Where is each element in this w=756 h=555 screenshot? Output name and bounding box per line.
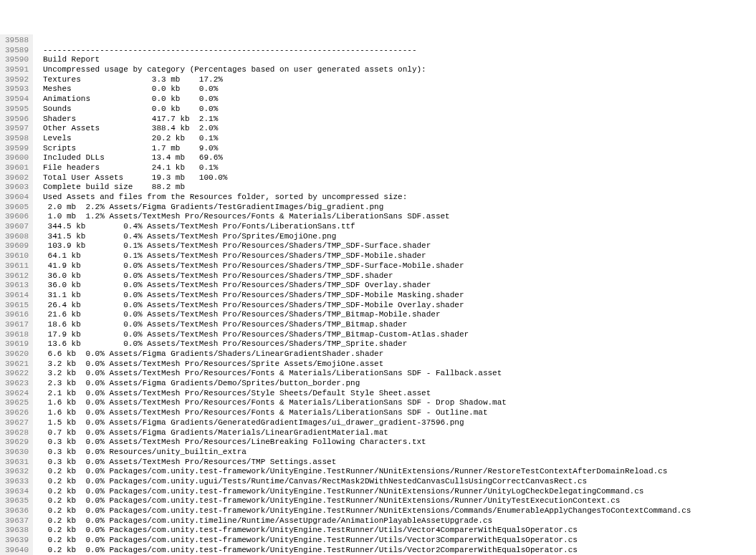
log-line: 3.2 kb 0.0% Assets/TextMesh Pro/Resource… — [43, 359, 756, 370]
line-number: 39606 — [1, 212, 29, 222]
line-number: 39604 — [1, 193, 29, 203]
log-line: ----------------------------------------… — [43, 46, 756, 56]
log-line: 2.3 kb 0.0% Assets/Figma Gradients/Demo/… — [43, 379, 756, 389]
line-number: 39610 — [1, 251, 29, 261]
log-line: 1.0 mb 1.2% Assets/TextMesh Pro/Resource… — [43, 212, 756, 222]
line-number: 39632 — [1, 467, 29, 477]
log-line: 21.6 kb 0.0% Assets/TextMesh Pro/Resourc… — [43, 310, 756, 320]
line-number: 39599 — [1, 144, 29, 154]
line-number: 39619 — [1, 339, 29, 349]
line-number: 39625 — [1, 398, 29, 408]
log-line: 6.6 kb 0.0% Assets/Figma Gradients/Shade… — [43, 349, 756, 359]
line-number: 39600 — [1, 153, 29, 163]
line-number-gutter: 3958839589395903959139592395933959439595… — [0, 34, 33, 555]
line-number: 39593 — [1, 85, 29, 95]
line-number: 39598 — [1, 134, 29, 144]
log-line — [43, 36, 756, 46]
line-number: 39588 — [1, 36, 29, 46]
log-line: 1.6 kb 0.0% Assets/TextMesh Pro/Resource… — [43, 408, 756, 418]
log-line: Meshes 0.0 kb 0.0% — [43, 85, 756, 95]
log-line: Sounds 0.0 kb 0.0% — [43, 105, 756, 115]
line-number: 39628 — [1, 428, 29, 438]
log-line: File headers 24.1 kb 0.1% — [43, 163, 756, 173]
line-number: 39638 — [1, 526, 29, 536]
line-number: 39640 — [1, 546, 29, 555]
log-line: Used Assets and files from the Resources… — [43, 193, 756, 203]
line-number: 39623 — [1, 379, 29, 389]
log-line: 2.1 kb 0.0% Assets/TextMesh Pro/Resource… — [43, 389, 756, 399]
log-line: Other Assets 388.4 kb 2.0% — [43, 124, 756, 134]
line-number: 39590 — [1, 55, 29, 65]
log-line: 0.2 kb 0.0% Packages/com.unity.timeline/… — [43, 516, 756, 526]
log-line: 0.2 kb 0.0% Packages/com.unity.test-fram… — [43, 467, 756, 477]
line-number: 39615 — [1, 301, 29, 311]
line-number: 39617 — [1, 320, 29, 330]
line-number: 39601 — [1, 163, 29, 173]
line-number: 39631 — [1, 458, 29, 468]
line-number: 39605 — [1, 203, 29, 213]
log-line: Scripts 1.7 mb 9.0% — [43, 144, 756, 154]
log-line: Included DLLs 13.4 mb 69.6% — [43, 153, 756, 163]
log-line: 0.2 kb 0.0% Packages/com.unity.test-fram… — [43, 526, 756, 536]
log-line: 0.2 kb 0.0% Packages/com.unity.test-fram… — [43, 536, 756, 546]
log-line: 1.6 kb 0.0% Assets/TextMesh Pro/Resource… — [43, 398, 756, 408]
line-number: 39629 — [1, 438, 29, 448]
line-number: 39594 — [1, 95, 29, 105]
log-line: 3.2 kb 0.0% Assets/TextMesh Pro/Resource… — [43, 369, 756, 379]
log-line: 31.1 kb 0.0% Assets/TextMesh Pro/Resourc… — [43, 291, 756, 301]
log-content[interactable]: ----------------------------------------… — [33, 34, 756, 555]
line-number: 39634 — [1, 487, 29, 497]
log-line: 41.9 kb 0.0% Assets/TextMesh Pro/Resourc… — [43, 261, 756, 271]
line-number: 39637 — [1, 516, 29, 526]
log-line: 36.0 kb 0.0% Assets/TextMesh Pro/Resourc… — [43, 281, 756, 291]
line-number: 39630 — [1, 448, 29, 458]
line-number: 39591 — [1, 65, 29, 75]
line-number: 39624 — [1, 389, 29, 399]
log-line: 18.6 kb 0.0% Assets/TextMesh Pro/Resourc… — [43, 320, 756, 330]
log-line: 0.3 kb 0.0% Assets/TextMesh Pro/Resource… — [43, 438, 756, 448]
log-line: 36.0 kb 0.0% Assets/TextMesh Pro/Resourc… — [43, 271, 756, 281]
log-line: 2.0 mb 2.2% Assets/Figma Gradients/TestG… — [43, 203, 756, 213]
log-line: Build Report — [43, 55, 756, 65]
line-number: 39622 — [1, 369, 29, 379]
log-line: Levels 20.2 kb 0.1% — [43, 134, 756, 144]
line-number: 39608 — [1, 232, 29, 242]
line-number: 39612 — [1, 271, 29, 281]
log-line: Textures 3.3 mb 17.2% — [43, 75, 756, 85]
log-line: 0.7 kb 0.0% Assets/Figma Gradients/Mater… — [43, 428, 756, 438]
log-line: 64.1 kb 0.1% Assets/TextMesh Pro/Resourc… — [43, 251, 756, 261]
line-number: 39595 — [1, 105, 29, 115]
log-line: 1.5 kb 0.0% Assets/Figma Gradients/Gener… — [43, 418, 756, 428]
log-line: 344.5 kb 0.4% Assets/TextMesh Pro/Fonts/… — [43, 222, 756, 232]
log-viewer: 3958839589395903959139592395933959439595… — [0, 34, 756, 555]
log-line: 0.3 kb 0.0% Assets/TextMesh Pro/Resource… — [43, 458, 756, 468]
log-line: 0.2 kb 0.0% Packages/com.unity.test-fram… — [43, 487, 756, 497]
line-number: 39609 — [1, 241, 29, 251]
line-number: 39603 — [1, 183, 29, 193]
log-line: Shaders 417.7 kb 2.1% — [43, 115, 756, 125]
line-number: 39636 — [1, 506, 29, 516]
line-number: 39620 — [1, 349, 29, 359]
log-line: Animations 0.0 kb 0.0% — [43, 95, 756, 105]
log-line: 0.2 kb 0.0% Packages/com.unity.test-fram… — [43, 506, 756, 516]
log-line: 0.2 kb 0.0% Packages/com.unity.test-fram… — [43, 496, 756, 506]
line-number: 39602 — [1, 173, 29, 183]
log-line: 0.2 kb 0.0% Packages/com.unity.ugui/Test… — [43, 477, 756, 487]
line-number: 39618 — [1, 330, 29, 340]
log-line: Uncompressed usage by category (Percenta… — [43, 65, 756, 75]
log-line: 26.4 kb 0.0% Assets/TextMesh Pro/Resourc… — [43, 301, 756, 311]
log-line: Complete build size 88.2 mb — [43, 183, 756, 193]
line-number: 39611 — [1, 261, 29, 271]
line-number: 39597 — [1, 124, 29, 134]
line-number: 39635 — [1, 496, 29, 506]
line-number: 39627 — [1, 418, 29, 428]
log-line: 103.9 kb 0.1% Assets/TextMesh Pro/Resour… — [43, 241, 756, 251]
line-number: 39613 — [1, 281, 29, 291]
line-number: 39607 — [1, 222, 29, 232]
line-number: 39639 — [1, 536, 29, 546]
line-number: 39621 — [1, 359, 29, 370]
line-number: 39596 — [1, 115, 29, 125]
line-number: 39616 — [1, 310, 29, 320]
line-number: 39633 — [1, 477, 29, 487]
line-number: 39589 — [1, 46, 29, 56]
